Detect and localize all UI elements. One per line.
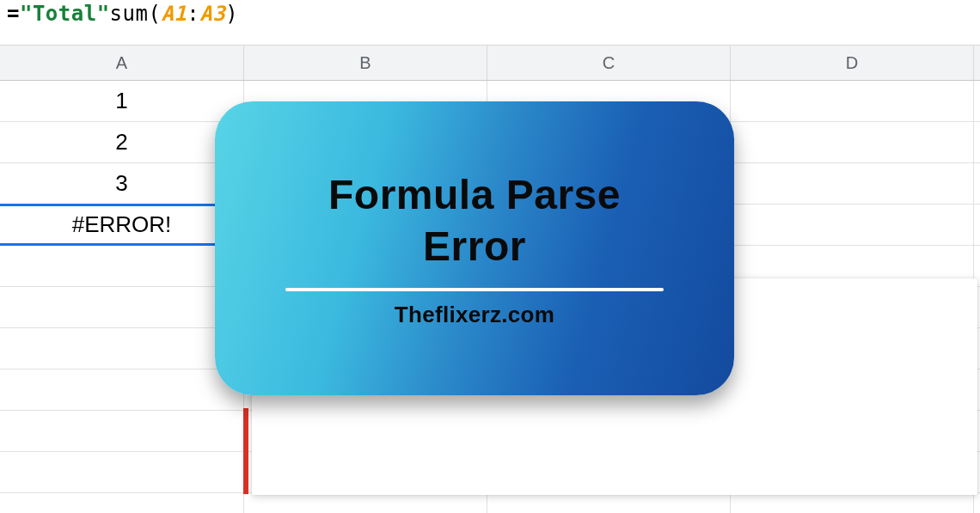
col-header-b[interactable]: B — [244, 46, 487, 80]
cell-a10[interactable] — [0, 452, 244, 492]
col-header-a[interactable]: A — [0, 46, 244, 80]
cell-a2[interactable]: 2 — [0, 122, 244, 162]
cell-a1[interactable]: 1 — [0, 81, 244, 121]
formula-bar[interactable]: ="Total"sum(A1:A3) — [0, 0, 242, 33]
cell-d3[interactable] — [731, 163, 974, 204]
cell-a3[interactable]: 3 — [0, 163, 244, 204]
cell-a5[interactable] — [0, 246, 244, 286]
formula-ref-start: A1 — [161, 2, 187, 26]
overlay-title: Formula Parse Error — [328, 169, 621, 272]
cell-d4[interactable] — [731, 205, 974, 245]
formula-ref-end: A3 — [199, 2, 225, 26]
formula-colon: : — [187, 2, 199, 26]
col-header-c[interactable]: C — [487, 46, 731, 80]
overlay-site: Theflixerz.com — [395, 302, 554, 328]
formula-open-paren: ( — [148, 2, 161, 26]
cell-a9[interactable] — [0, 411, 244, 451]
overlay-title-line1: Formula Parse — [328, 172, 621, 217]
overlay-divider — [285, 288, 664, 291]
cell-a11[interactable] — [0, 493, 244, 513]
formula-close-paren: ) — [225, 2, 238, 26]
overlay-badge: Formula Parse Error Theflixerz.com — [215, 101, 734, 395]
overlay-title-line2: Error — [423, 223, 526, 269]
stage: ="Total"sum(A1:A3) A B C D 1 2 3 — [0, 0, 980, 513]
formula-equals: = — [7, 2, 20, 26]
formula-string-literal: "Total" — [20, 2, 110, 26]
table-row — [0, 493, 980, 513]
column-headers: A B C D — [0, 45, 980, 81]
cell-d1[interactable] — [731, 81, 974, 121]
cell-b11[interactable] — [244, 493, 487, 513]
cell-a6[interactable] — [0, 287, 244, 327]
formula-function-name: sum — [110, 2, 149, 26]
cell-a8[interactable] — [0, 369, 244, 410]
error-marker-icon — [243, 408, 248, 494]
cell-d11[interactable] — [731, 493, 974, 513]
cell-a7[interactable] — [0, 328, 244, 369]
cell-d2[interactable] — [731, 122, 974, 162]
cell-c11[interactable] — [487, 493, 731, 513]
cell-a4-error[interactable]: #ERROR! — [0, 205, 244, 245]
col-header-d[interactable]: D — [731, 46, 974, 80]
